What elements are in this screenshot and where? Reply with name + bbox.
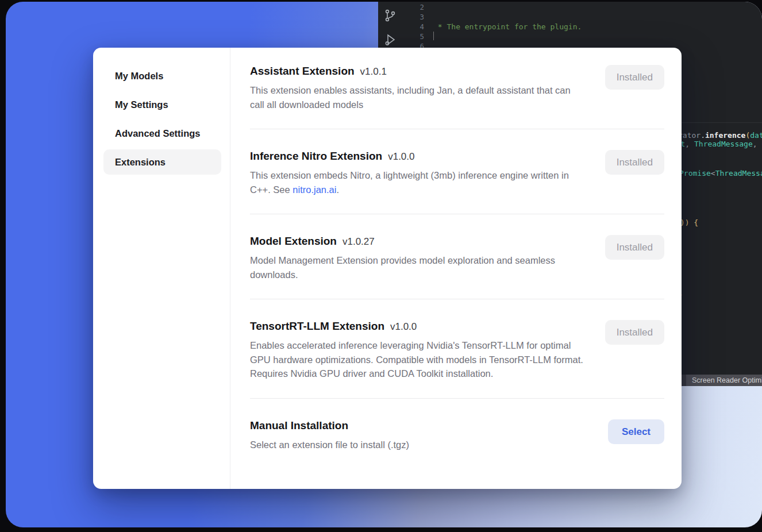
installed-button[interactable]: Installed xyxy=(605,235,664,260)
app-window: 2 3 4 5 6 * The entrypoint for the plugi… xyxy=(6,2,762,527)
extension-description: Enables accelerated inference leveraging… xyxy=(250,338,583,381)
screen-reader-status-badge: Screen Reader Optimize xyxy=(686,375,762,386)
extension-name: Inference Nitro Extension xyxy=(250,150,382,162)
source-control-icon xyxy=(383,9,397,22)
manual-installation-info: Manual Installation Select an extension … xyxy=(250,419,409,452)
extension-info: Assistant Extensionv1.0.1 This extension… xyxy=(250,65,583,111)
extension-version: v1.0.0 xyxy=(388,151,414,162)
nitro-jan-ai-link[interactable]: nitro.jan.ai xyxy=(293,184,336,195)
editor-caret xyxy=(433,32,434,40)
installed-button[interactable]: Installed xyxy=(605,320,664,345)
select-file-button[interactable]: Select xyxy=(608,419,664,444)
code-fragment: rator.inference(data)); xyxy=(678,131,762,140)
extension-version: v1.0.0 xyxy=(390,321,417,332)
extension-description: This extension enables assistants, inclu… xyxy=(250,83,583,111)
manual-installation-row: Manual Installation Select an extension … xyxy=(250,399,664,452)
sidebar-item-my-settings[interactable]: My Settings xyxy=(93,90,230,119)
extension-description: Model Management Extension provides mode… xyxy=(250,253,583,282)
extension-row-assistant: Assistant Extensionv1.0.1 This extension… xyxy=(250,65,664,129)
installed-button[interactable]: Installed xyxy=(605,150,664,175)
extension-version: v1.0.27 xyxy=(342,236,375,247)
code-fragment: Promise<ThreadMessage> xyxy=(679,169,762,178)
installed-button[interactable]: Installed xyxy=(605,65,664,90)
extension-name: Assistant Extension xyxy=(250,65,355,77)
sidebar-item-my-models[interactable]: My Models xyxy=(93,61,230,90)
extension-row-tensorrt-llm: TensortRT-LLM Extensionv1.0.0 Enables ac… xyxy=(250,299,664,399)
extension-version: v1.0.1 xyxy=(360,66,387,77)
settings-sidebar: My Models My Settings Advanced Settings … xyxy=(93,48,230,489)
extension-name: TensortRT-LLM Extension xyxy=(250,320,384,332)
extension-info: TensortRT-LLM Extensionv1.0.0 Enables ac… xyxy=(250,320,583,381)
extension-row-inference-nitro: Inference Nitro Extensionv1.0.0 This ext… xyxy=(250,129,664,214)
code-line: * The entrypoint for the plugin. xyxy=(433,22,762,32)
editor-line-numbers: 2 3 4 5 6 xyxy=(411,2,424,51)
extension-info: Inference Nitro Extensionv1.0.0 This ext… xyxy=(250,150,583,196)
run-debug-icon xyxy=(383,33,397,47)
settings-modal: My Models My Settings Advanced Settings … xyxy=(93,48,682,489)
manual-installation-title: Manual Installation xyxy=(250,419,348,431)
extensions-list: Assistant Extensionv1.0.1 This extension… xyxy=(230,48,682,489)
manual-installation-description: Select an extension file to install (.tg… xyxy=(250,438,409,452)
sidebar-item-extensions[interactable]: Extensions xyxy=(103,149,221,175)
sidebar-item-advanced-settings[interactable]: Advanced Settings xyxy=(93,119,230,148)
extension-row-model: Model Extensionv1.0.27 Model Management … xyxy=(250,214,664,299)
extension-info: Model Extensionv1.0.27 Model Management … xyxy=(250,235,583,282)
extension-name: Model Extension xyxy=(250,235,337,247)
extension-description: This extension embeds Nitro, a lightweig… xyxy=(250,168,583,196)
